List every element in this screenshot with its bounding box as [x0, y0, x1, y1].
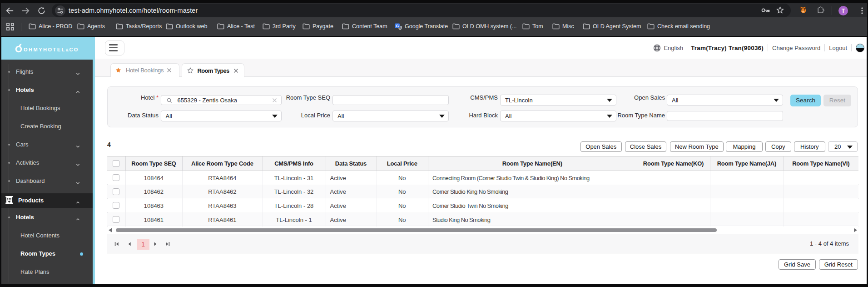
svg-text:文: 文	[398, 26, 402, 29]
